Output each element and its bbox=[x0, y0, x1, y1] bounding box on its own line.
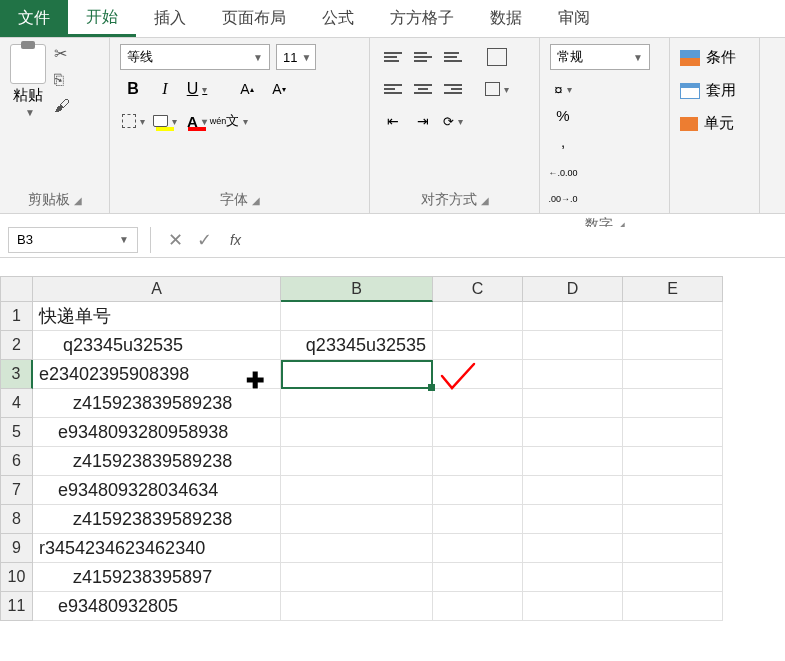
cell-D1[interactable] bbox=[523, 302, 623, 331]
cell-A8[interactable]: z415923839589238 bbox=[33, 505, 281, 534]
orientation-button[interactable]: ⟳▾ bbox=[440, 108, 466, 134]
cell-A2[interactable]: q23345u32535 bbox=[33, 331, 281, 360]
cell-A1[interactable]: 快递单号 bbox=[33, 302, 281, 331]
align-bottom-button[interactable] bbox=[440, 44, 466, 70]
cell-A3[interactable]: e23402395908398 bbox=[33, 360, 281, 389]
fill-handle[interactable] bbox=[428, 384, 435, 391]
row-header-6[interactable]: 6 bbox=[0, 447, 33, 476]
cell-E11[interactable] bbox=[623, 592, 723, 621]
cell-E8[interactable] bbox=[623, 505, 723, 534]
cut-icon[interactable]: ✂ bbox=[54, 44, 70, 63]
cell-A5[interactable]: e9348093280958938 bbox=[33, 418, 281, 447]
cell-C7[interactable] bbox=[433, 476, 523, 505]
cell-C11[interactable] bbox=[433, 592, 523, 621]
cell-E2[interactable] bbox=[623, 331, 723, 360]
cell-E4[interactable] bbox=[623, 389, 723, 418]
select-all-corner[interactable] bbox=[0, 276, 33, 302]
cell-A9[interactable]: r3454234623462340 bbox=[33, 534, 281, 563]
column-header-C[interactable]: C bbox=[433, 276, 523, 302]
decrease-decimal-button[interactable]: .00→.0 bbox=[550, 186, 576, 212]
cell-C3[interactable] bbox=[433, 360, 523, 389]
currency-button[interactable]: ¤▾ bbox=[550, 76, 576, 102]
row-header-1[interactable]: 1 bbox=[0, 302, 33, 331]
cell-B3[interactable] bbox=[281, 360, 433, 389]
cell-B1[interactable] bbox=[281, 302, 433, 331]
copy-icon[interactable]: ⎘ bbox=[54, 71, 70, 89]
cell-C8[interactable] bbox=[433, 505, 523, 534]
enter-formula-icon[interactable]: ✓ bbox=[197, 229, 212, 251]
cell-C4[interactable] bbox=[433, 389, 523, 418]
row-header-10[interactable]: 10 bbox=[0, 563, 33, 592]
cell-B10[interactable] bbox=[281, 563, 433, 592]
cancel-formula-icon[interactable]: ✕ bbox=[163, 229, 187, 251]
cell-styles-button[interactable]: 单元 bbox=[680, 110, 749, 137]
row-header-4[interactable]: 4 bbox=[0, 389, 33, 418]
align-center-button[interactable] bbox=[410, 76, 436, 102]
decrease-indent-button[interactable]: ⇤ bbox=[380, 108, 406, 134]
cell-D4[interactable] bbox=[523, 389, 623, 418]
row-header-8[interactable]: 8 bbox=[0, 505, 33, 534]
cell-B8[interactable] bbox=[281, 505, 433, 534]
column-header-A[interactable]: A bbox=[33, 276, 281, 302]
cell-A7[interactable]: e934809328034634 bbox=[33, 476, 281, 505]
cell-D3[interactable] bbox=[523, 360, 623, 389]
font-name-combo[interactable]: 等线 ▼ bbox=[120, 44, 270, 70]
tab-data[interactable]: 数据 bbox=[472, 0, 540, 37]
increase-font-button[interactable]: A▴ bbox=[234, 76, 260, 102]
number-format-combo[interactable]: 常规 ▼ bbox=[550, 44, 650, 70]
increase-decimal-button[interactable]: ←.0.00 bbox=[550, 160, 576, 186]
dialog-launcher-icon[interactable]: ◢ bbox=[481, 195, 489, 206]
cell-E7[interactable] bbox=[623, 476, 723, 505]
cell-E5[interactable] bbox=[623, 418, 723, 447]
increase-indent-button[interactable]: ⇥ bbox=[410, 108, 436, 134]
cell-C5[interactable] bbox=[433, 418, 523, 447]
dialog-launcher-icon[interactable]: ◢ bbox=[74, 195, 82, 206]
italic-button[interactable]: I bbox=[152, 76, 178, 102]
row-header-3[interactable]: 3 bbox=[0, 360, 33, 389]
cell-A11[interactable]: e93480932805 bbox=[33, 592, 281, 621]
paste-button[interactable]: 粘贴 ▼ bbox=[10, 44, 46, 118]
column-header-D[interactable]: D bbox=[523, 276, 623, 302]
fill-color-button[interactable]: ▾ bbox=[152, 108, 178, 134]
phonetic-button[interactable]: wén 文 ▾ bbox=[216, 108, 242, 134]
bold-button[interactable]: B bbox=[120, 76, 146, 102]
dialog-launcher-icon[interactable]: ◢ bbox=[252, 195, 260, 206]
cell-B6[interactable] bbox=[281, 447, 433, 476]
cell-A4[interactable]: z415923839589238 bbox=[33, 389, 281, 418]
cell-E1[interactable] bbox=[623, 302, 723, 331]
cell-C10[interactable] bbox=[433, 563, 523, 592]
cell-D9[interactable] bbox=[523, 534, 623, 563]
conditional-formatting-button[interactable]: 条件 bbox=[680, 44, 749, 71]
cell-B7[interactable] bbox=[281, 476, 433, 505]
formula-input[interactable] bbox=[249, 227, 785, 253]
cell-B2[interactable]: q23345u32535 bbox=[281, 331, 433, 360]
row-header-2[interactable]: 2 bbox=[0, 331, 33, 360]
cell-A6[interactable]: z415923839589238 bbox=[33, 447, 281, 476]
align-right-button[interactable] bbox=[440, 76, 466, 102]
row-header-5[interactable]: 5 bbox=[0, 418, 33, 447]
decrease-font-button[interactable]: A▾ bbox=[266, 76, 292, 102]
cell-C2[interactable] bbox=[433, 331, 523, 360]
tab-formulas[interactable]: 公式 bbox=[304, 0, 372, 37]
cell-E10[interactable] bbox=[623, 563, 723, 592]
tab-home[interactable]: 开始 bbox=[68, 0, 136, 37]
row-header-11[interactable]: 11 bbox=[0, 592, 33, 621]
cell-E3[interactable] bbox=[623, 360, 723, 389]
cell-C9[interactable] bbox=[433, 534, 523, 563]
cell-D6[interactable] bbox=[523, 447, 623, 476]
cell-D5[interactable] bbox=[523, 418, 623, 447]
font-size-combo[interactable]: 11 ▼ bbox=[276, 44, 316, 70]
cell-E6[interactable] bbox=[623, 447, 723, 476]
format-as-table-button[interactable]: 套用 bbox=[680, 77, 749, 104]
cell-B9[interactable] bbox=[281, 534, 433, 563]
tab-review[interactable]: 审阅 bbox=[540, 0, 608, 37]
cell-B5[interactable] bbox=[281, 418, 433, 447]
tab-file[interactable]: 文件 bbox=[0, 0, 68, 37]
cell-D10[interactable] bbox=[523, 563, 623, 592]
format-painter-icon[interactable]: 🖌 bbox=[54, 97, 70, 115]
merge-center-button[interactable]: ▾ bbox=[484, 76, 510, 102]
cell-C6[interactable] bbox=[433, 447, 523, 476]
row-header-7[interactable]: 7 bbox=[0, 476, 33, 505]
cell-A10[interactable]: z4159238395897 bbox=[33, 563, 281, 592]
cell-B4[interactable] bbox=[281, 389, 433, 418]
